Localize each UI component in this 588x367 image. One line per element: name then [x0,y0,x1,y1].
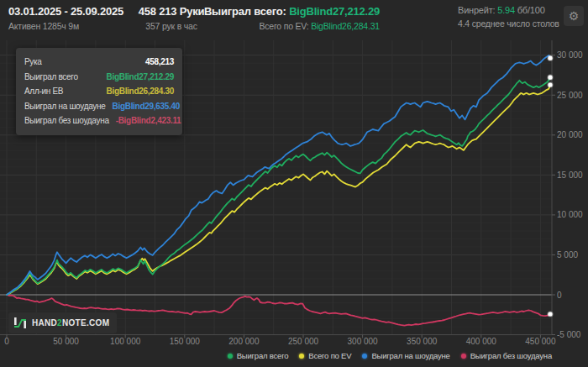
hand2note-graph-window: 30 00025 00020 00015 00010 0005 0000-5 0… [0,0,588,367]
svg-text:150 000: 150 000 [170,337,201,346]
winrate-column: Винрейт: 5.94 бб/100 4.4 среднее число с… [458,5,559,29]
tooltip-row-non-showdown: Выиграл без шоудауна -BigBlind2,423.11 [24,113,174,128]
svg-text:15 000: 15 000 [557,170,583,180]
legend-label: Выиграл всего [237,351,289,360]
stats-tooltip: Рука 458,213 Выиграл всего BigBlind27,21… [16,48,182,135]
tooltip-value: -BigBlind2,423.11 [116,116,181,125]
tooltip-value: 458,213 [145,57,174,66]
hand2note-logo: HAND2NOTE.COM [8,312,117,333]
yellow-dot-icon [299,354,304,359]
tooltip-label: Выиграл всего [24,72,78,81]
tooltip-row-won-total: Выиграл всего BigBlind27,212.29 [24,70,174,85]
tooltip-label: Выиграл без шоудауна [24,116,109,125]
date-range: 03.01.2025 - 25.09.2025 [8,5,123,18]
svg-text:350 000: 350 000 [407,337,438,346]
tooltip-row-showdown: Выиграл на шоудауне BigBlind29,635.40 [24,99,174,114]
svg-text:200 000: 200 000 [228,337,260,346]
winrate-unit: бб/100 [515,5,545,15]
svg-text:400 000: 400 000 [466,337,497,346]
legend-item-won-total[interactable]: Выиграл всего [228,351,289,360]
svg-text:100 000: 100 000 [110,337,141,346]
legend-label: Выиграл без шоудауна [470,351,552,360]
hand2note-logo-icon [13,316,27,330]
svg-text:25 000: 25 000 [557,91,583,100]
svg-text:0: 0 [4,337,9,346]
tooltip-row-hands: Рука 458,213 [24,55,174,70]
blue-dot-icon [362,354,367,359]
green-dot-icon [228,354,233,359]
tooltip-label: Алл-ин ЕВ [24,87,63,96]
legend-label: Всего по EV [308,351,351,360]
tooltip-label: Выиграл на шоудауне [24,102,106,111]
tooltip-value: BigBlind26,284.30 [107,87,175,96]
tooltip-value: BigBlind27,212.29 [107,72,175,81]
red-dot-icon [461,354,466,359]
ev-total-label: Всего по EV: [259,21,311,31]
legend-item-ev-total[interactable]: Всего по EV [299,351,351,360]
won-total-value: BigBlind27,212.29 [289,5,380,18]
legend-item-showdown[interactable]: Выиграл на шоудауне [362,351,449,360]
svg-text:0: 0 [557,291,562,300]
svg-text:50 000: 50 000 [53,337,79,346]
chart-legend: Выиграл всего Всего по EV Выиграл на шоу… [228,351,552,360]
tooltip-label: Рука [24,57,42,66]
ev-total-value: BigBlind26,284.31 [311,21,380,31]
winrate-value: 5.94 [497,5,515,15]
active-time: Активен 1285ч 9м [8,21,123,31]
tooltip-value: BigBlind29,635.40 [113,102,181,111]
winrate-label: Винрейт: [458,5,497,15]
svg-text:30 000: 30 000 [557,50,583,60]
svg-text:5 000: 5 000 [557,250,578,260]
svg-text:450 000: 450 000 [525,337,556,346]
legend-item-non-showdown[interactable]: Выиграл без шоудауна [461,351,552,360]
svg-text:-5 000: -5 000 [557,330,581,339]
svg-text:20 000: 20 000 [557,130,583,139]
tooltip-row-allin-ev: Алл-ин ЕВ BigBlind26,284.30 [24,84,174,99]
hand2note-logo-text: HAND2NOTE.COM [32,318,109,328]
settings-button[interactable]: ⚙ [564,6,584,26]
svg-text:300 000: 300 000 [348,337,379,346]
svg-text:10 000: 10 000 [557,210,583,219]
gear-icon: ⚙ [569,9,580,23]
won-total-label: Выиграл всего: [204,5,289,18]
legend-label: Выиграл на шоудауне [371,351,449,360]
avg-tables: 4.4 среднее число столов [458,18,559,29]
won-total-column: Выиграл всего: BigBlind27,212.29 Всего п… [204,5,380,31]
svg-text:250 000: 250 000 [288,337,319,346]
date-range-column: 03.01.2025 - 25.09.2025 Активен 1285ч 9м [8,5,123,31]
